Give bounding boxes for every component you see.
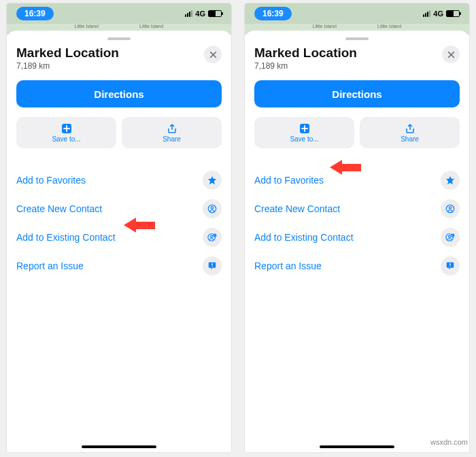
row-label: Add to Existing Contact bbox=[16, 232, 116, 243]
annotation-arrow bbox=[124, 218, 155, 233]
save-to-tile[interactable]: Save to... bbox=[16, 117, 116, 148]
close-icon bbox=[447, 51, 455, 58]
home-indicator bbox=[82, 445, 156, 448]
sheet-header: Marked Location 7,189 km bbox=[254, 46, 460, 71]
save-to-label: Save to... bbox=[52, 135, 80, 143]
contact-add-icon bbox=[203, 228, 222, 247]
close-button[interactable] bbox=[442, 46, 460, 63]
share-tile[interactable]: Share bbox=[360, 117, 460, 148]
network-label: 4G bbox=[433, 10, 443, 18]
svg-point-12 bbox=[449, 235, 451, 237]
directions-button[interactable]: Directions bbox=[16, 80, 222, 107]
status-bar: 16:39 4G bbox=[7, 3, 231, 24]
annotation-arrow bbox=[330, 160, 361, 175]
time-pill: 16:39 bbox=[16, 7, 54, 20]
home-indicator bbox=[320, 445, 394, 448]
map-label: Little Island bbox=[75, 24, 99, 29]
row-label: Add to Favorites bbox=[254, 175, 324, 186]
row-create-new-contact[interactable]: Create New Contact bbox=[254, 194, 460, 223]
status-bar: 16:39 4G bbox=[245, 3, 469, 24]
network-label: 4G bbox=[195, 10, 205, 18]
phone-screenshot-right: 16:39 4G Little Island Little Island Mar… bbox=[245, 3, 469, 452]
row-create-new-contact[interactable]: Create New Contact bbox=[16, 194, 222, 223]
share-label: Share bbox=[401, 135, 419, 143]
sheet-header: Marked Location 7,189 km bbox=[16, 46, 222, 71]
row-add-to-existing-contact[interactable]: Add to Existing Contact bbox=[254, 223, 460, 252]
row-label: Create New Contact bbox=[254, 203, 340, 214]
share-icon bbox=[167, 123, 177, 134]
time-pill: 16:39 bbox=[254, 7, 292, 20]
map-label: Little Island bbox=[377, 24, 401, 29]
close-button[interactable] bbox=[204, 46, 222, 63]
svg-rect-7 bbox=[211, 266, 212, 267]
star-icon bbox=[441, 171, 460, 190]
map-label: Little Island bbox=[313, 24, 337, 29]
svg-point-4 bbox=[211, 235, 213, 237]
directions-button[interactable]: Directions bbox=[254, 80, 460, 107]
map-label: Little Island bbox=[139, 24, 163, 29]
contact-icon bbox=[441, 199, 460, 218]
distance-label: 7,189 km bbox=[16, 61, 119, 71]
row-label: Create New Contact bbox=[16, 203, 102, 214]
star-icon bbox=[203, 171, 222, 190]
distance-label: 7,189 km bbox=[254, 61, 357, 71]
page-title: Marked Location bbox=[16, 46, 119, 61]
bottom-sheet: Marked Location 7,189 km Directions Save… bbox=[245, 31, 469, 452]
signal-icon bbox=[423, 10, 430, 17]
row-add-to-favorites[interactable]: Add to Favorites bbox=[16, 166, 222, 194]
plus-square-icon bbox=[61, 123, 72, 134]
report-icon bbox=[441, 256, 460, 275]
status-right: 4G bbox=[423, 10, 460, 18]
svg-point-10 bbox=[449, 207, 452, 209]
battery-icon bbox=[446, 10, 460, 17]
plus-square-icon bbox=[299, 123, 310, 134]
row-label: Add to Existing Contact bbox=[254, 232, 354, 243]
svg-rect-6 bbox=[211, 263, 212, 266]
sheet-grabber[interactable] bbox=[107, 37, 131, 40]
save-to-tile[interactable]: Save to... bbox=[254, 117, 354, 148]
share-icon bbox=[405, 123, 415, 134]
save-to-label: Save to... bbox=[290, 135, 318, 143]
status-right: 4G bbox=[185, 10, 222, 18]
row-label: Report an Issue bbox=[254, 260, 322, 271]
sheet-grabber[interactable] bbox=[345, 37, 369, 40]
action-list: Add to Favorites Create New Contact Add … bbox=[254, 166, 460, 280]
report-icon bbox=[203, 256, 222, 275]
row-label: Report an Issue bbox=[16, 260, 84, 271]
close-icon bbox=[209, 51, 217, 58]
contact-icon bbox=[203, 199, 222, 218]
action-list: Add to Favorites Create New Contact Add … bbox=[16, 166, 222, 280]
svg-point-2 bbox=[211, 207, 214, 209]
row-label: Add to Favorites bbox=[16, 175, 86, 186]
page-title: Marked Location bbox=[254, 46, 357, 61]
row-report-an-issue[interactable]: Report an Issue bbox=[254, 252, 460, 280]
svg-rect-14 bbox=[449, 263, 450, 266]
row-add-to-existing-contact[interactable]: Add to Existing Contact bbox=[16, 223, 222, 252]
contact-add-icon bbox=[441, 228, 460, 247]
share-tile[interactable]: Share bbox=[122, 117, 222, 148]
battery-icon bbox=[208, 10, 222, 17]
share-label: Share bbox=[163, 135, 181, 143]
row-report-an-issue[interactable]: Report an Issue bbox=[16, 252, 222, 280]
svg-rect-15 bbox=[449, 266, 450, 267]
phone-screenshot-left: 16:39 4G Little Island Little Island Mar… bbox=[7, 3, 231, 452]
bottom-sheet: Marked Location 7,189 km Directions Save… bbox=[7, 31, 231, 452]
watermark: wsxdn.com bbox=[430, 438, 468, 446]
signal-icon bbox=[185, 10, 192, 17]
